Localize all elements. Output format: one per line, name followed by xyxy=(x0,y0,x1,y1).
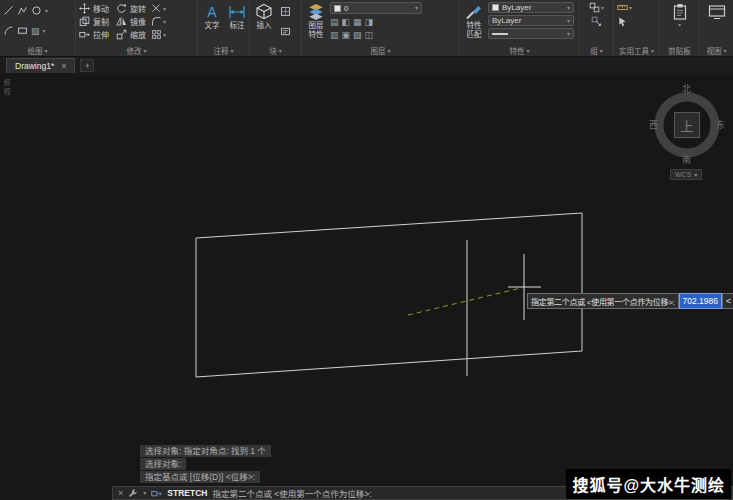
copy-button[interactable]: 复制 xyxy=(79,15,109,28)
layer-dropdown[interactable]: 0 ▾ xyxy=(330,2,422,14)
move-label: 移动 xyxy=(93,3,109,14)
trim-button[interactable]: ▾ xyxy=(151,3,166,14)
viewcube-west[interactable]: 西 xyxy=(649,121,658,130)
panel-label-layers[interactable]: 图层 ▾ xyxy=(302,45,459,56)
recent-commands-caret-icon[interactable]: ▾ xyxy=(143,490,146,496)
layer-walk-button[interactable]: ▧ xyxy=(353,30,362,40)
array-icon xyxy=(151,29,162,40)
panel-block: 插入 块 ▾ xyxy=(250,0,302,56)
panel-label-annotate-text: 注释 xyxy=(213,45,228,56)
drawing-tab[interactable]: Drawing1* × xyxy=(6,58,75,73)
panel-label-clipboard[interactable]: 剪贴板 xyxy=(660,45,699,56)
layer-properties-icon xyxy=(307,3,325,21)
dimension-button[interactable]: 标注 xyxy=(226,2,248,32)
panel-label-draw[interactable]: 绘图 ▾ xyxy=(0,45,75,56)
customize-wrench-icon[interactable] xyxy=(128,488,138,498)
panel-clipboard: ▾ 剪贴板 xyxy=(660,0,700,56)
create-block-button[interactable] xyxy=(280,3,291,21)
quick-select-button[interactable] xyxy=(617,16,628,27)
copy-label: 复制 xyxy=(93,16,109,27)
object-color-dropdown[interactable]: ByLayer ▾ xyxy=(488,2,574,13)
layer-current-button[interactable]: ▣ xyxy=(342,30,351,40)
arc-flyout-caret[interactable]: ▾ xyxy=(43,28,46,34)
dynamic-input-distance-field[interactable]: 702.1986 xyxy=(679,293,722,309)
layer-isolate-button[interactable]: ◨ xyxy=(365,17,374,27)
panel-label-clipboard-text: 剪贴板 xyxy=(668,45,691,56)
panel-caret-icon: ▾ xyxy=(230,48,233,54)
text-button[interactable]: A 文字 xyxy=(201,2,223,32)
edit-attributes-button[interactable] xyxy=(280,23,291,41)
layer-match-button[interactable]: ▥ xyxy=(330,30,339,40)
displacement-rubber-band xyxy=(408,288,521,315)
layer-off-button[interactable]: ▤ xyxy=(330,17,339,27)
fillet-button[interactable]: ▾ xyxy=(151,16,166,27)
rotate-button[interactable]: 旋转 xyxy=(116,2,146,15)
insert-block-button[interactable]: 插入 xyxy=(253,2,275,32)
scale-button[interactable]: 缩放 xyxy=(116,28,146,41)
rectangle-button[interactable] xyxy=(17,22,28,40)
viewcube-north[interactable]: 北 xyxy=(682,85,691,94)
fillet-icon xyxy=(151,16,162,27)
measure-button[interactable]: ▾ xyxy=(617,2,632,13)
panel-caret-icon: ▾ xyxy=(526,48,529,54)
command-line-prompt[interactable]: 指定第二个点或 <使用第一个点作为位移>: xyxy=(212,487,371,499)
panel-label-properties[interactable]: 特性 ▾ xyxy=(460,45,579,56)
stretch-button[interactable]: 拉伸 xyxy=(79,28,109,41)
panel-caret-icon: ▾ xyxy=(143,48,146,54)
layer-properties-button[interactable]: 图层特性 xyxy=(305,2,327,40)
panel-modify: 移动 旋转 复制 镜像 xyxy=(76,0,198,56)
view-icon xyxy=(708,3,726,21)
panel-label-block[interactable]: 块 ▾ xyxy=(250,45,301,56)
tab-close-icon[interactable]: × xyxy=(61,62,66,71)
circle-icon xyxy=(31,5,42,16)
viewcube-east[interactable]: 东 xyxy=(716,121,725,130)
panel-caret-icon: ▾ xyxy=(600,48,603,54)
lineweight-dropdown[interactable]: ▾ xyxy=(488,28,574,39)
line-button[interactable] xyxy=(3,2,14,20)
wcs-menu[interactable]: WCS ▾ xyxy=(670,169,702,180)
layer-merge-button[interactable]: ◫ xyxy=(365,30,374,40)
hatch-button[interactable]: ▨ xyxy=(31,26,40,36)
layer-freeze-button[interactable]: ◧ xyxy=(342,17,351,27)
viewcube-south[interactable]: 南 xyxy=(682,156,691,165)
command-bar-close-icon[interactable]: × xyxy=(118,489,123,498)
viewcube[interactable]: 北 西 东 南 上 xyxy=(650,85,724,165)
command-history-line: 选择对象: 指定对角点: 找到 1 个 xyxy=(140,445,271,457)
arc-button[interactable] xyxy=(3,22,14,40)
object-color-swatch xyxy=(492,4,499,11)
move-button[interactable]: 移动 xyxy=(79,2,109,15)
linetype-dropdown[interactable]: ByLayer ▾ xyxy=(488,15,574,26)
drawing-canvas[interactable]: 俯视 北 西 东 南 上 WCS ▾ xyxy=(0,73,733,500)
insert-label: 插入 xyxy=(257,22,272,31)
object-color-value: ByLayer xyxy=(502,3,531,12)
panel-label-annotate[interactable]: 注释 ▾ xyxy=(198,45,249,56)
array-button[interactable]: ▾ xyxy=(151,29,166,40)
panel-label-view[interactable]: 视图 ▾ xyxy=(700,45,733,56)
stretch-label: 拉伸 xyxy=(93,29,109,40)
panel-label-view-text: 视图 xyxy=(706,45,721,56)
panel-label-modify[interactable]: 修改 ▾ xyxy=(76,45,197,56)
ungroup-button[interactable] xyxy=(591,16,602,27)
paste-button[interactable]: ▾ xyxy=(669,2,691,29)
layer-lock-button[interactable]: ▦ xyxy=(353,17,362,27)
dynamic-input-angle-field[interactable]: < 12 xyxy=(722,293,733,309)
command-history-line: 选择对象: xyxy=(140,458,186,470)
linetype-value: ByLayer xyxy=(492,16,521,25)
view-tool-button[interactable] xyxy=(706,2,728,22)
viewcube-top-face[interactable]: 上 xyxy=(674,112,700,138)
circle-flyout-caret[interactable]: ▾ xyxy=(45,8,48,14)
circle-button[interactable] xyxy=(31,2,42,20)
layer-properties-label: 图层特性 xyxy=(308,22,325,39)
polyline-button[interactable] xyxy=(17,2,28,20)
panel-label-utilities-text: 实用工具 xyxy=(619,45,649,56)
new-tab-button[interactable]: + xyxy=(80,59,94,72)
trim-icon xyxy=(151,3,162,14)
fillet-caret-icon: ▾ xyxy=(163,19,166,25)
panel-label-groups[interactable]: 组 ▾ xyxy=(580,45,613,56)
group-button[interactable]: ▾ xyxy=(589,2,604,13)
match-properties-button[interactable]: 特性匹配 xyxy=(463,2,485,40)
mirror-button[interactable]: 镜像 xyxy=(116,15,146,28)
panel-caret-icon: ▾ xyxy=(44,48,47,54)
layer-dropdown-caret-icon: ▾ xyxy=(415,5,418,11)
panel-label-utilities[interactable]: 实用工具 ▾ xyxy=(614,45,659,56)
